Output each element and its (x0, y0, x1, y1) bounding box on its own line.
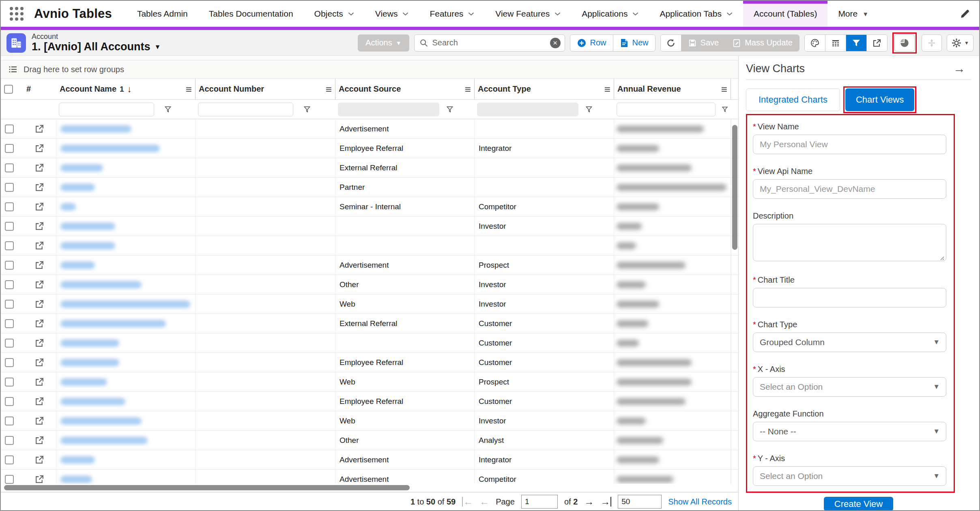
y-axis-select[interactable]: Select an Option▼ (753, 466, 946, 486)
search-input[interactable] (432, 38, 546, 47)
page-size-input[interactable] (618, 495, 662, 509)
row-checkbox[interactable] (5, 241, 14, 250)
chart-title-input[interactable] (753, 288, 946, 307)
row-checkbox[interactable] (5, 183, 14, 192)
edit-tabs-pencil-icon[interactable] (960, 1, 979, 27)
nav-tab-view-features[interactable]: View Features (485, 1, 571, 27)
open-record-icon[interactable] (34, 338, 45, 348)
mass-update-button[interactable]: Mass Update (725, 35, 799, 51)
open-record-icon[interactable] (34, 279, 45, 290)
app-launcher-icon[interactable] (7, 4, 26, 23)
row-checkbox[interactable] (5, 475, 14, 484)
open-record-icon[interactable] (34, 396, 45, 406)
nav-tab-views[interactable]: Views (365, 1, 419, 27)
fit-columns-button[interactable] (922, 34, 942, 52)
description-textarea[interactable] (753, 224, 946, 261)
nav-tab-account-tables-[interactable]: Account (Tables) (743, 1, 827, 27)
next-page-icon[interactable]: → (584, 497, 594, 507)
account-name-cell[interactable] (56, 353, 196, 372)
open-record-icon[interactable] (34, 435, 45, 445)
account-name-column-menu-icon[interactable]: ≡ (186, 84, 192, 94)
annual-revenue-filter-funnel-icon[interactable] (721, 106, 729, 113)
header-account-type[interactable]: Account Type ≡ (475, 79, 614, 99)
vertical-scrollbar-thumb[interactable] (732, 125, 737, 250)
show-all-records-link[interactable]: Show All Records (668, 497, 732, 507)
filter-toggle-icon[interactable] (846, 35, 866, 51)
row-checkbox[interactable] (5, 144, 14, 153)
new-record-button[interactable]: New (613, 35, 655, 51)
last-page-icon[interactable]: → (600, 497, 611, 507)
header-account-number[interactable]: Account Number ≡ (196, 79, 335, 99)
open-record-icon[interactable] (34, 455, 45, 465)
horizontal-scrollbar-thumb[interactable] (4, 485, 410, 490)
account-source-filter-funnel-icon[interactable] (446, 105, 454, 114)
open-record-icon[interactable] (34, 202, 45, 212)
nav-tab-tables-admin[interactable]: Tables Admin (127, 1, 198, 27)
account-source-column-menu-icon[interactable]: ≡ (465, 84, 471, 94)
account-name-cell[interactable] (56, 333, 196, 352)
account-name-cell[interactable] (56, 119, 196, 138)
row-checkbox[interactable] (5, 261, 14, 270)
account-name-cell[interactable] (56, 392, 196, 411)
account-name-filter-input[interactable] (59, 103, 154, 116)
open-record-icon[interactable] (34, 416, 45, 426)
header-account-name[interactable]: Account Name 1 ↓ ≡ (56, 79, 196, 99)
open-record-icon[interactable] (34, 240, 45, 251)
view-charts-button[interactable] (894, 34, 915, 52)
account-type-filter-funnel-icon[interactable] (585, 105, 593, 114)
open-record-icon[interactable] (34, 124, 45, 134)
select-all-checkbox[interactable] (4, 85, 13, 94)
x-axis-select[interactable]: Select an Option▼ (753, 377, 946, 397)
nav-tab-features[interactable]: Features (419, 1, 485, 27)
nav-tab-tables-documentation[interactable]: Tables Documentation (198, 1, 304, 27)
open-record-icon[interactable] (34, 299, 45, 309)
open-record-icon[interactable] (34, 182, 45, 192)
account-name-cell[interactable] (56, 294, 196, 313)
account-name-cell[interactable] (56, 372, 196, 391)
account-name-cell[interactable] (56, 236, 196, 255)
account-name-filter-funnel-icon[interactable] (164, 105, 172, 114)
row-checkbox[interactable] (5, 417, 14, 425)
open-external-icon[interactable] (866, 35, 887, 51)
refresh-button[interactable] (661, 35, 681, 51)
account-name-cell[interactable] (56, 158, 196, 177)
horizontal-scrollbar[interactable] (1, 484, 738, 492)
tab-integrated-charts[interactable]: Integrated Charts (746, 88, 840, 111)
account-number-filter-funnel-icon[interactable] (303, 105, 311, 114)
account-name-cell[interactable] (56, 139, 196, 158)
table-density-icon[interactable] (825, 35, 846, 51)
view-name-input[interactable] (753, 135, 946, 154)
account-number-filter-input[interactable] (198, 103, 293, 116)
row-checkbox[interactable] (5, 378, 14, 386)
open-record-icon[interactable] (34, 357, 45, 367)
account-name-cell[interactable] (56, 314, 196, 333)
row-checkbox[interactable] (5, 125, 14, 133)
aggregate-function-select[interactable]: -- None --▼ (753, 422, 946, 441)
tab-chart-views[interactable]: Chart Views (845, 88, 914, 111)
view-api-name-input[interactable] (753, 179, 946, 199)
open-record-icon[interactable] (34, 143, 45, 153)
open-record-icon[interactable] (34, 318, 45, 328)
nav-tab-more[interactable]: More ▼ (827, 1, 879, 27)
search-clear-icon[interactable]: × (550, 38, 561, 48)
account-type-column-menu-icon[interactable]: ≡ (604, 84, 610, 94)
row-checkbox[interactable] (5, 163, 14, 172)
open-record-icon[interactable] (34, 260, 45, 270)
account-name-cell[interactable] (56, 178, 196, 197)
header-account-source[interactable]: Account Source ≡ (335, 79, 475, 99)
row-checkbox[interactable] (5, 455, 14, 464)
add-row-button[interactable]: Row (570, 35, 613, 51)
row-checkbox[interactable] (5, 222, 14, 231)
chart-type-select[interactable]: Grouped Column▼ (753, 333, 946, 352)
account-name-cell[interactable] (56, 275, 196, 294)
row-checkbox[interactable] (5, 339, 14, 348)
annual-revenue-column-menu-icon[interactable]: ≡ (721, 84, 727, 94)
open-record-icon[interactable] (34, 163, 45, 173)
account-name-cell[interactable] (56, 470, 196, 484)
open-record-icon[interactable] (34, 474, 45, 484)
row-checkbox[interactable] (5, 358, 14, 367)
account-name-cell[interactable] (56, 217, 196, 236)
create-view-button[interactable]: Create View (824, 497, 893, 511)
account-name-cell[interactable] (56, 450, 196, 469)
collapse-panel-arrow-icon[interactable]: → (953, 62, 971, 75)
